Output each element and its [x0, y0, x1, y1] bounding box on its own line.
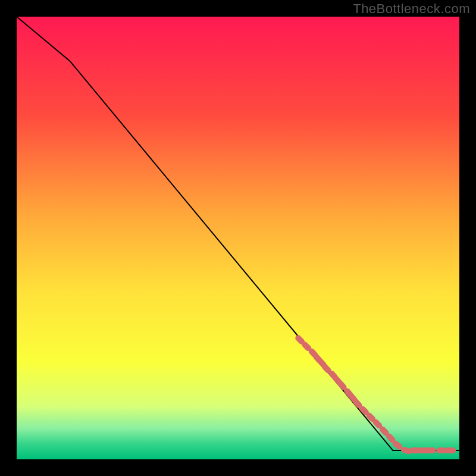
watermark-label: TheBottleneck.com — [353, 1, 470, 17]
highlight-marker — [445, 447, 456, 453]
plot-area — [17, 17, 459, 459]
highlight-marker — [425, 447, 436, 453]
chart-frame: TheBottleneck.com — [0, 0, 476, 476]
gradient-background — [17, 17, 459, 459]
chart-svg — [17, 17, 459, 459]
